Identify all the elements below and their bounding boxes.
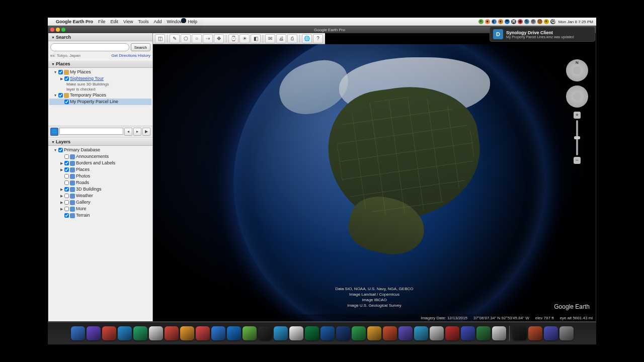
tree-row[interactable]: Terrain <box>49 212 151 219</box>
dock-app-14[interactable] <box>289 326 303 340</box>
places-prev-button[interactable]: ◂ <box>124 128 132 136</box>
dock-app-21[interactable] <box>398 326 413 340</box>
dock-app-11[interactable] <box>243 326 257 340</box>
menubar-app-name[interactable]: Google Earth Pro <box>56 19 93 24</box>
compass-control[interactable] <box>566 59 588 81</box>
toolbar-button-9[interactable]: ✉ <box>265 34 275 43</box>
menu-file[interactable]: File <box>98 19 106 24</box>
menu-view[interactable]: View <box>123 19 133 24</box>
menu-window[interactable]: Window <box>167 19 183 24</box>
layers-tree[interactable]: ▼Primary DatabaseAnnouncements▶Borders a… <box>48 146 152 321</box>
toolbar-button-13[interactable]: ? <box>313 34 323 43</box>
minimize-icon[interactable] <box>56 28 60 32</box>
pan-control[interactable] <box>566 85 588 108</box>
disclosure-icon[interactable]: ▼ <box>53 69 57 75</box>
places-earth-icon[interactable]: 🌐 <box>50 128 58 136</box>
disclosure-icon[interactable]: ▶ <box>59 193 63 199</box>
tree-row[interactable]: ▶More <box>49 206 151 212</box>
layers-panel-header[interactable]: Layers <box>48 138 152 146</box>
dock-app-18[interactable] <box>352 326 366 340</box>
tree-checkbox[interactable] <box>64 154 69 159</box>
search-panel-header[interactable]: Search <box>48 33 152 41</box>
dock-app-8[interactable] <box>196 326 210 340</box>
dock-app-1[interactable] <box>87 326 101 340</box>
tree-row[interactable]: ▶Places <box>49 166 151 173</box>
dock-app-6[interactable] <box>165 326 179 340</box>
disclosure-icon[interactable]: ▶ <box>59 200 63 205</box>
dock-app-0[interactable] <box>71 326 85 340</box>
menu-help[interactable]: Help <box>188 19 197 24</box>
menu-edit[interactable]: Edit <box>111 19 119 24</box>
dock-app-16[interactable] <box>320 326 335 340</box>
toolbar-button-10[interactable]: 🖨 <box>276 34 286 43</box>
globe[interactable] <box>233 44 545 321</box>
tree-row[interactable]: My Property Parcel Line <box>49 99 151 105</box>
dock-app-25[interactable] <box>461 326 475 340</box>
disclosure-icon[interactable]: ▶ <box>59 187 63 192</box>
map-viewport[interactable]: ◫✎⬠○⇢✥⌚☀◧✉🖨⎙🌐? + <box>153 33 596 321</box>
mac-dock[interactable] <box>48 322 596 344</box>
dock-app-4[interactable] <box>133 326 147 340</box>
tree-checkbox[interactable] <box>64 174 69 178</box>
places-find-input[interactable] <box>59 128 123 135</box>
disclosure-icon[interactable]: ▼ <box>53 147 57 153</box>
search-input[interactable] <box>50 43 129 51</box>
tree-checkbox[interactable] <box>64 167 69 172</box>
menu-add[interactable]: Add <box>153 19 162 24</box>
dock-app-19[interactable] <box>367 326 381 340</box>
dock-app-7[interactable] <box>180 326 194 340</box>
places-panel-header[interactable]: Places <box>48 60 152 68</box>
dock-app-13[interactable] <box>274 326 288 340</box>
tree-checkbox[interactable] <box>64 194 69 198</box>
tree-row[interactable]: Announcements <box>49 153 151 160</box>
disclosure-icon[interactable]: ▶ <box>59 160 63 166</box>
dock-app-5[interactable] <box>149 326 163 340</box>
menubar-status-icons[interactable]: ✳●◐ ●⬒⌘ ◆⇅⚙ 🛡☀⏻ <box>478 19 555 24</box>
dock-app-26[interactable] <box>476 326 491 340</box>
dock-app-17[interactable] <box>336 326 350 340</box>
dock-app-12[interactable] <box>258 326 272 340</box>
disclosure-icon[interactable]: ▶ <box>59 206 63 212</box>
tree-checkbox[interactable] <box>64 207 69 211</box>
dock-app-15[interactable] <box>305 326 319 340</box>
tree-row[interactable]: ▼My Places <box>49 69 151 75</box>
dock-app-20[interactable] <box>383 326 397 340</box>
dock-app-24[interactable] <box>445 326 459 340</box>
toolbar-button-6[interactable]: ⌚ <box>228 34 238 43</box>
places-tree[interactable]: ▼My Places▶Sightseeing TourMake sure 3D … <box>48 68 152 126</box>
tree-row[interactable]: ▶Gallery <box>49 199 151 206</box>
zoom-thumb[interactable] <box>574 136 580 139</box>
tree-checkbox[interactable] <box>64 100 69 104</box>
tree-row[interactable]: Roads <box>49 179 151 186</box>
toolbar-button-0[interactable]: ◫ <box>155 34 165 43</box>
menubar-clock[interactable]: Mon Jan 8 7:25 PM <box>558 20 593 24</box>
menu-tools[interactable]: Tools <box>138 19 148 24</box>
close-icon[interactable] <box>50 28 54 32</box>
places-next-button[interactable]: ▸ <box>133 128 141 136</box>
places-play-button[interactable]: ▶ <box>142 128 150 136</box>
zoom-in-button[interactable]: + <box>574 112 581 119</box>
toolbar-button-3[interactable]: ○ <box>192 34 202 43</box>
tree-checkbox[interactable] <box>64 200 69 205</box>
dock-app-10[interactable] <box>227 326 241 340</box>
tree-checkbox[interactable] <box>64 180 69 185</box>
toolbar-button-8[interactable]: ◧ <box>251 34 261 43</box>
tree-row[interactable]: ▼Temporary Places <box>49 92 151 99</box>
tree-checkbox[interactable] <box>58 148 63 152</box>
toolbar-button-11[interactable]: ⎙ <box>287 34 297 43</box>
tree-checkbox[interactable] <box>58 70 63 74</box>
notification-banner[interactable]: D Synology Drive Client My Property Parc… <box>490 27 595 42</box>
tree-row[interactable]: Photos <box>49 173 151 179</box>
dock-app-3[interactable] <box>118 326 132 340</box>
tree-row[interactable]: ▼Primary Database <box>49 147 151 153</box>
tree-checkbox[interactable] <box>64 161 69 165</box>
dock-app-31[interactable] <box>559 326 574 340</box>
zoom-control[interactable]: + − <box>573 112 581 164</box>
dock-app-30[interactable] <box>544 326 558 340</box>
get-directions-link[interactable]: Get Directions <box>111 53 137 58</box>
zoom-slider[interactable] <box>576 120 578 155</box>
dock-app-22[interactable] <box>414 326 428 340</box>
zoom-icon[interactable] <box>61 28 65 32</box>
tree-row[interactable]: ▶Sightseeing Tour <box>49 75 151 82</box>
history-link[interactable]: History <box>138 53 150 58</box>
